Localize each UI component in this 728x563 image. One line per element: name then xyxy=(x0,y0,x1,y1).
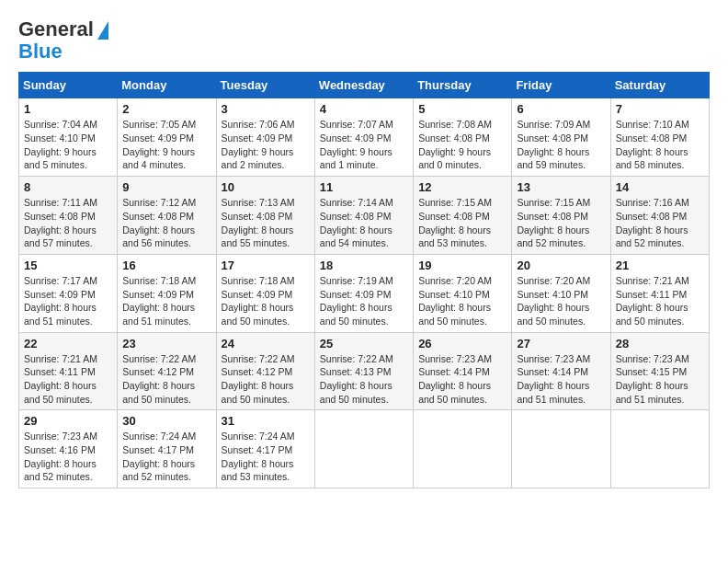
day-detail: Sunrise: 7:21 AMSunset: 4:11 PMDaylight:… xyxy=(616,275,689,327)
day-number: 22 xyxy=(24,337,112,350)
day-detail: Sunrise: 7:06 AMSunset: 4:09 PMDaylight:… xyxy=(222,119,295,170)
day-number: 31 xyxy=(222,414,310,428)
day-cell-14: 14Sunrise: 7:16 AMSunset: 4:08 PMDayligh… xyxy=(610,177,709,255)
empty-cell xyxy=(512,410,610,488)
day-detail: Sunrise: 7:08 AMSunset: 4:08 PMDaylight:… xyxy=(418,119,492,170)
day-number: 9 xyxy=(122,180,210,194)
logo-text-general: General xyxy=(18,18,94,40)
day-detail: Sunrise: 7:23 AMSunset: 4:14 PMDaylight:… xyxy=(418,353,492,405)
day-cell-7: 7Sunrise: 7:10 AMSunset: 4:08 PMDaylight… xyxy=(610,98,709,177)
day-detail: Sunrise: 7:10 AMSunset: 4:08 PMDaylight:… xyxy=(616,119,689,170)
day-detail: Sunrise: 7:22 AMSunset: 4:12 PMDaylight:… xyxy=(222,353,295,405)
day-cell-1: 1Sunrise: 7:04 AMSunset: 4:10 PMDaylight… xyxy=(19,98,118,177)
day-detail: Sunrise: 7:17 AMSunset: 4:09 PMDaylight:… xyxy=(24,275,97,327)
day-cell-10: 10Sunrise: 7:13 AMSunset: 4:08 PMDayligh… xyxy=(216,177,314,255)
day-cell-2: 2Sunrise: 7:05 AMSunset: 4:09 PMDaylight… xyxy=(118,98,216,177)
day-detail: Sunrise: 7:09 AMSunset: 4:08 PMDaylight:… xyxy=(517,119,590,170)
day-number: 11 xyxy=(320,180,408,194)
logo-triangle-icon xyxy=(97,21,108,40)
week-row-2: 8Sunrise: 7:11 AMSunset: 4:08 PMDaylight… xyxy=(19,177,710,255)
day-cell-9: 9Sunrise: 7:12 AMSunset: 4:08 PMDaylight… xyxy=(118,177,216,255)
header-wednesday: Wednesday xyxy=(314,73,413,98)
header-saturday: Saturday xyxy=(610,73,709,98)
day-detail: Sunrise: 7:14 AMSunset: 4:08 PMDaylight:… xyxy=(320,197,393,248)
header-monday: Monday xyxy=(118,73,216,98)
day-number: 7 xyxy=(616,102,704,116)
day-number: 2 xyxy=(122,102,210,116)
calendar-table: SundayMondayTuesdayWednesdayThursdayFrid… xyxy=(18,72,710,488)
empty-cell xyxy=(610,410,709,488)
day-number: 15 xyxy=(24,259,112,272)
header-tuesday: Tuesday xyxy=(216,73,314,98)
weekday-header-row: SundayMondayTuesdayWednesdayThursdayFrid… xyxy=(19,73,710,98)
day-detail: Sunrise: 7:24 AMSunset: 4:17 PMDaylight:… xyxy=(122,431,196,482)
day-detail: Sunrise: 7:21 AMSunset: 4:11 PMDaylight:… xyxy=(24,353,97,405)
day-detail: Sunrise: 7:12 AMSunset: 4:08 PMDaylight:… xyxy=(122,197,196,248)
day-detail: Sunrise: 7:19 AMSunset: 4:09 PMDaylight:… xyxy=(320,275,393,327)
week-row-4: 22Sunrise: 7:21 AMSunset: 4:11 PMDayligh… xyxy=(19,332,710,410)
day-cell-22: 22Sunrise: 7:21 AMSunset: 4:11 PMDayligh… xyxy=(19,332,118,410)
day-number: 30 xyxy=(122,414,210,428)
day-cell-6: 6Sunrise: 7:09 AMSunset: 4:08 PMDaylight… xyxy=(512,98,610,177)
header-thursday: Thursday xyxy=(414,73,512,98)
day-detail: Sunrise: 7:20 AMSunset: 4:10 PMDaylight:… xyxy=(517,275,590,327)
day-cell-18: 18Sunrise: 7:19 AMSunset: 4:09 PMDayligh… xyxy=(314,254,413,332)
day-detail: Sunrise: 7:24 AMSunset: 4:17 PMDaylight:… xyxy=(222,431,295,482)
day-cell-20: 20Sunrise: 7:20 AMSunset: 4:10 PMDayligh… xyxy=(512,254,610,332)
day-cell-4: 4Sunrise: 7:07 AMSunset: 4:09 PMDaylight… xyxy=(314,98,413,177)
day-number: 20 xyxy=(517,259,605,272)
day-cell-11: 11Sunrise: 7:14 AMSunset: 4:08 PMDayligh… xyxy=(314,177,413,255)
day-cell-8: 8Sunrise: 7:11 AMSunset: 4:08 PMDaylight… xyxy=(19,177,118,255)
day-cell-21: 21Sunrise: 7:21 AMSunset: 4:11 PMDayligh… xyxy=(610,254,709,332)
day-number: 28 xyxy=(616,337,704,350)
day-number: 1 xyxy=(24,102,112,116)
day-number: 4 xyxy=(320,102,408,116)
day-number: 21 xyxy=(616,259,704,272)
day-number: 8 xyxy=(24,180,112,194)
page-header: General Blue xyxy=(18,18,710,63)
day-number: 17 xyxy=(222,259,310,272)
day-number: 10 xyxy=(222,180,310,194)
header-friday: Friday xyxy=(512,73,610,98)
day-detail: Sunrise: 7:18 AMSunset: 4:09 PMDaylight:… xyxy=(222,275,295,327)
day-number: 3 xyxy=(222,102,310,116)
empty-cell xyxy=(414,410,512,488)
day-number: 29 xyxy=(24,414,112,428)
day-detail: Sunrise: 7:22 AMSunset: 4:12 PMDaylight:… xyxy=(122,353,196,405)
day-cell-29: 29Sunrise: 7:23 AMSunset: 4:16 PMDayligh… xyxy=(19,410,118,488)
day-number: 16 xyxy=(122,259,210,272)
day-cell-24: 24Sunrise: 7:22 AMSunset: 4:12 PMDayligh… xyxy=(216,332,314,410)
day-cell-23: 23Sunrise: 7:22 AMSunset: 4:12 PMDayligh… xyxy=(118,332,216,410)
day-detail: Sunrise: 7:15 AMSunset: 4:08 PMDaylight:… xyxy=(517,197,590,248)
day-detail: Sunrise: 7:18 AMSunset: 4:09 PMDaylight:… xyxy=(122,275,196,327)
day-detail: Sunrise: 7:11 AMSunset: 4:08 PMDaylight:… xyxy=(24,197,97,248)
day-detail: Sunrise: 7:04 AMSunset: 4:10 PMDaylight:… xyxy=(24,119,97,170)
day-cell-19: 19Sunrise: 7:20 AMSunset: 4:10 PMDayligh… xyxy=(414,254,512,332)
day-cell-31: 31Sunrise: 7:24 AMSunset: 4:17 PMDayligh… xyxy=(216,410,314,488)
day-number: 6 xyxy=(517,102,605,116)
day-cell-15: 15Sunrise: 7:17 AMSunset: 4:09 PMDayligh… xyxy=(19,254,118,332)
logo: General Blue xyxy=(18,18,108,63)
day-detail: Sunrise: 7:23 AMSunset: 4:15 PMDaylight:… xyxy=(616,353,689,405)
day-detail: Sunrise: 7:15 AMSunset: 4:08 PMDaylight:… xyxy=(418,197,492,248)
day-cell-25: 25Sunrise: 7:22 AMSunset: 4:13 PMDayligh… xyxy=(314,332,413,410)
day-detail: Sunrise: 7:07 AMSunset: 4:09 PMDaylight:… xyxy=(320,119,393,170)
day-cell-3: 3Sunrise: 7:06 AMSunset: 4:09 PMDaylight… xyxy=(216,98,314,177)
day-cell-27: 27Sunrise: 7:23 AMSunset: 4:14 PMDayligh… xyxy=(512,332,610,410)
day-number: 23 xyxy=(122,337,210,350)
day-cell-16: 16Sunrise: 7:18 AMSunset: 4:09 PMDayligh… xyxy=(118,254,216,332)
day-cell-17: 17Sunrise: 7:18 AMSunset: 4:09 PMDayligh… xyxy=(216,254,314,332)
day-number: 14 xyxy=(616,180,704,194)
day-cell-26: 26Sunrise: 7:23 AMSunset: 4:14 PMDayligh… xyxy=(414,332,512,410)
empty-cell xyxy=(314,410,413,488)
day-detail: Sunrise: 7:05 AMSunset: 4:09 PMDaylight:… xyxy=(122,119,196,170)
header-sunday: Sunday xyxy=(19,73,118,98)
day-detail: Sunrise: 7:22 AMSunset: 4:13 PMDaylight:… xyxy=(320,353,393,405)
day-cell-30: 30Sunrise: 7:24 AMSunset: 4:17 PMDayligh… xyxy=(118,410,216,488)
day-detail: Sunrise: 7:16 AMSunset: 4:08 PMDaylight:… xyxy=(616,197,689,248)
day-detail: Sunrise: 7:20 AMSunset: 4:10 PMDaylight:… xyxy=(418,275,492,327)
day-number: 24 xyxy=(222,337,310,350)
week-row-3: 15Sunrise: 7:17 AMSunset: 4:09 PMDayligh… xyxy=(19,254,710,332)
day-number: 27 xyxy=(517,337,605,350)
day-detail: Sunrise: 7:13 AMSunset: 4:08 PMDaylight:… xyxy=(222,197,295,248)
